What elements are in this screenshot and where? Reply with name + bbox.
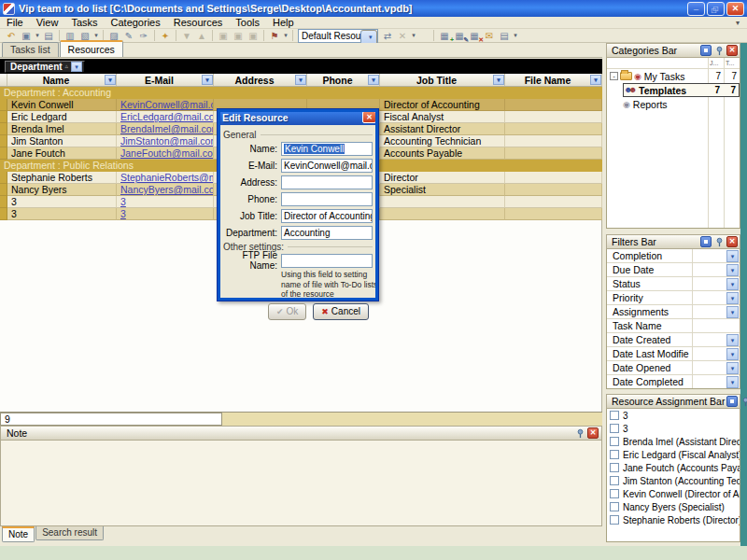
send-icon[interactable]: ✉ (482, 30, 497, 42)
minimize-button[interactable]: _ (687, 2, 705, 16)
email-link[interactable]: StephanieRoberts@mail.com (120, 172, 214, 183)
key-icon[interactable]: ✦ (158, 30, 173, 42)
close-icon[interactable]: ✕ (726, 45, 738, 56)
menu-help[interactable]: Help (266, 17, 301, 28)
checkbox[interactable] (610, 424, 619, 433)
checkbox[interactable] (610, 463, 619, 472)
tool2-icon[interactable]: ▣ (231, 30, 246, 42)
email-link[interactable]: JimStanton@mail.com (120, 135, 214, 147)
list-item[interactable]: 3 (607, 409, 740, 422)
phone-field[interactable] (281, 192, 373, 206)
email-link[interactable]: KevinConwell@mail.com (120, 99, 214, 110)
note-content[interactable] (0, 441, 602, 526)
delete-resource-icon[interactable]: ▦✕ (467, 30, 482, 42)
list-item[interactable]: Eric Ledgard (Fiscal Analyst) (607, 448, 740, 461)
list-item[interactable]: Kevin Conwell (Director of Accounting) (607, 487, 740, 500)
filter-dropdown-icon[interactable]: ▾ (726, 250, 739, 262)
checkbox[interactable] (610, 437, 619, 446)
group-header-accounting[interactable]: Department : Accounting (0, 87, 602, 99)
tree-item-templates[interactable]: ☻☻ Templates 7 7 (623, 83, 740, 97)
menu-categories[interactable]: Categories (105, 17, 167, 28)
list-item[interactable]: Nancy Byers (Specialist) (607, 500, 740, 513)
job-filter-icon[interactable]: ▾ (493, 75, 504, 85)
address-filter-icon[interactable]: ▾ (295, 75, 306, 85)
filter-dropdown-icon[interactable]: ▾ (726, 306, 739, 318)
menu-file[interactable]: File (0, 17, 30, 28)
dialog-title-bar[interactable]: Edit Resource ✕ (218, 109, 378, 125)
col-header-phone[interactable]: Phone▾ (307, 74, 380, 86)
email-link[interactable]: 3 (120, 196, 126, 207)
email-link[interactable]: NancyByers@mail.com (120, 184, 214, 195)
address-field[interactable] (281, 175, 373, 189)
add-resource-icon[interactable]: ▦+ (437, 30, 452, 42)
checkbox[interactable] (610, 450, 619, 459)
col-header-email[interactable]: E-Mail▾ (117, 74, 214, 86)
dock-icon[interactable] (700, 236, 712, 247)
ftp-file-name-field[interactable] (281, 254, 373, 268)
email-filter-icon[interactable]: ▾ (202, 75, 213, 85)
email-link[interactable]: EricLedgard@mail.com (120, 111, 214, 122)
col-header-address[interactable]: Address▾ (214, 74, 307, 86)
tab-search-result[interactable]: Search result (35, 526, 104, 540)
move-down-icon[interactable]: ▼ (179, 30, 194, 42)
list-item[interactable]: 3 (607, 422, 740, 435)
tree-item-my-tasks[interactable]: - ◉ My Tasks 7 7 (607, 69, 740, 83)
department-dropdown-icon[interactable]: ▾ (71, 62, 82, 72)
flag-icon[interactable]: ⚑ (267, 30, 282, 42)
email-link[interactable]: 3 (120, 208, 126, 219)
pin-icon[interactable] (713, 45, 725, 56)
new-dropdown-icon[interactable]: ▾ (34, 32, 41, 39)
more-dropdown-icon[interactable]: ▾ (410, 32, 417, 39)
tab-resources[interactable]: Resources (60, 40, 123, 57)
cancel-button[interactable]: ✖Cancel (313, 303, 369, 320)
ok-button[interactable]: ✔Ok (268, 303, 306, 320)
refresh-icon[interactable]: ⇄ (380, 30, 395, 42)
filter-dropdown-icon[interactable]: ▾ (726, 348, 739, 360)
dock-icon[interactable] (700, 45, 712, 56)
paste-icon[interactable]: ▤ (41, 30, 56, 42)
email-field[interactable]: KevinConwell@mail.com (281, 159, 373, 173)
undo-icon[interactable]: ↶ (4, 30, 19, 42)
print-list-icon[interactable]: ▤ (497, 30, 512, 42)
clear-icon[interactable]: ✕ (395, 30, 410, 42)
restore-button[interactable]: □ (707, 2, 725, 16)
filter-dropdown-icon[interactable]: ▾ (726, 376, 739, 388)
close-button[interactable]: ✕ (726, 2, 744, 16)
right-dropdown-icon[interactable]: ▾ (512, 32, 519, 39)
tree-item-reports[interactable]: ◉ Reports (607, 97, 740, 111)
department-field[interactable]: Accounting (281, 226, 373, 240)
close-icon[interactable]: ✕ (726, 236, 738, 247)
checkbox[interactable] (610, 489, 619, 498)
checkbox[interactable] (610, 502, 619, 511)
name-field[interactable]: Kevin Conwell (281, 142, 373, 156)
menu-view[interactable]: View (30, 17, 65, 28)
edit-icon[interactable]: ✎ (121, 30, 136, 42)
print-dropdown-icon[interactable]: ▾ (92, 32, 100, 39)
list-item[interactable]: Jim Stanton (Accounting Technician) (607, 474, 740, 487)
checkbox[interactable] (610, 515, 619, 525)
checkbox[interactable] (610, 476, 619, 485)
menu-tools[interactable]: Tools (229, 17, 266, 28)
list-item[interactable]: Stephanie Roberts (Director) (607, 513, 740, 526)
stamp-icon[interactable]: ✑ (136, 30, 151, 42)
tab-tasks-list[interactable]: Tasks list (2, 42, 59, 57)
col-header-file-name[interactable]: File Name▾ (505, 74, 602, 86)
dock-icon[interactable] (726, 396, 738, 407)
dialog-close-icon[interactable]: ✕ (362, 111, 376, 123)
edit-resource-icon[interactable]: ▦✎ (452, 30, 467, 42)
flag-dropdown-icon[interactable]: ▾ (282, 32, 289, 39)
filter-dropdown-icon[interactable]: ▾ (726, 334, 739, 346)
collapse-icon[interactable]: - (610, 72, 618, 80)
menu-overflow-icon[interactable]: ▾ (736, 19, 740, 27)
col-header-job-title[interactable]: Job Title▾ (380, 74, 505, 86)
filter-dropdown-icon[interactable]: ▾ (726, 278, 739, 290)
close-icon[interactable]: ✕ (587, 427, 599, 439)
move-up-icon[interactable]: ▲ (194, 30, 209, 42)
email-link[interactable]: JaneFoutch@mail.com (120, 147, 214, 159)
checkbox[interactable] (610, 411, 619, 420)
tab-note[interactable]: Note (2, 526, 35, 542)
menu-tasks[interactable]: Tasks (64, 17, 104, 28)
list-item[interactable]: Jane Foutch (Accounts Payable) (607, 461, 740, 474)
pin-icon[interactable] (740, 396, 747, 407)
new-icon[interactable]: ▣ (19, 30, 34, 42)
